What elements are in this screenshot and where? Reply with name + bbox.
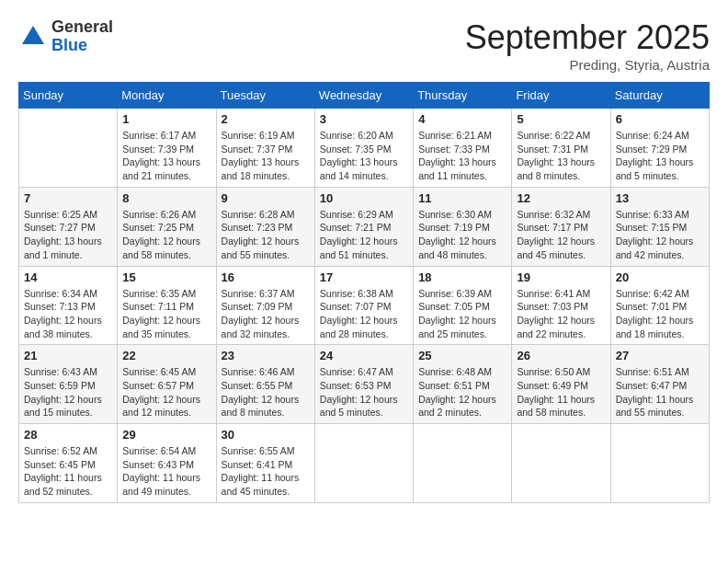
day-number: 9 (222, 191, 310, 205)
calendar-cell: 6Sunrise: 6:24 AMSunset: 7:29 PMDaylight… (610, 109, 709, 188)
logo: General Blue (18, 18, 113, 55)
calendar-cell: 11Sunrise: 6:30 AMSunset: 7:19 PMDayligh… (414, 187, 512, 266)
calendar-cell: 17Sunrise: 6:38 AMSunset: 7:07 PMDayligh… (314, 266, 413, 345)
day-info: Sunrise: 6:45 AMSunset: 6:57 PMDaylight:… (122, 365, 210, 419)
day-info: Sunrise: 6:48 AMSunset: 6:51 PMDaylight:… (418, 365, 506, 419)
day-info: Sunrise: 6:20 AMSunset: 7:35 PMDaylight:… (320, 129, 408, 183)
calendar-cell: 12Sunrise: 6:32 AMSunset: 7:17 PMDayligh… (512, 187, 610, 266)
calendar-cell (610, 424, 709, 503)
calendar-cell: 10Sunrise: 6:29 AMSunset: 7:21 PMDayligh… (314, 187, 413, 266)
day-number: 23 (222, 349, 310, 362)
calendar-table: SundayMondayTuesdayWednesdayThursdayFrid… (18, 82, 710, 503)
calendar-cell: 14Sunrise: 6:34 AMSunset: 7:13 PMDayligh… (19, 266, 118, 345)
weekday-header-saturday: Saturday (610, 83, 709, 109)
calendar-cell: 21Sunrise: 6:43 AMSunset: 6:59 PMDayligh… (19, 345, 118, 424)
calendar-cell: 15Sunrise: 6:35 AMSunset: 7:11 PMDayligh… (118, 266, 216, 345)
day-number: 13 (616, 191, 704, 205)
calendar-cell: 29Sunrise: 6:54 AMSunset: 6:43 PMDayligh… (118, 424, 216, 503)
calendar-cell: 20Sunrise: 6:42 AMSunset: 7:01 PMDayligh… (610, 266, 709, 345)
day-info: Sunrise: 6:21 AMSunset: 7:33 PMDaylight:… (418, 129, 506, 183)
weekday-row: SundayMondayTuesdayWednesdayThursdayFrid… (19, 83, 710, 109)
day-info: Sunrise: 6:42 AMSunset: 7:01 PMDaylight:… (616, 287, 704, 341)
weekday-header-friday: Friday (512, 83, 610, 109)
day-info: Sunrise: 6:17 AMSunset: 7:39 PMDaylight:… (122, 129, 210, 183)
calendar-cell (414, 424, 512, 503)
calendar-week-row: 7Sunrise: 6:25 AMSunset: 7:27 PMDaylight… (19, 187, 710, 266)
calendar-cell: 13Sunrise: 6:33 AMSunset: 7:15 PMDayligh… (610, 187, 709, 266)
calendar-cell: 3Sunrise: 6:20 AMSunset: 7:35 PMDaylight… (314, 109, 413, 188)
day-number: 7 (24, 191, 112, 205)
day-info: Sunrise: 6:41 AMSunset: 7:03 PMDaylight:… (517, 287, 605, 341)
calendar-cell (19, 109, 118, 188)
day-number: 17 (320, 270, 408, 284)
day-number: 28 (24, 428, 112, 442)
day-number: 21 (24, 349, 112, 362)
calendar-cell: 7Sunrise: 6:25 AMSunset: 7:27 PMDaylight… (19, 187, 118, 266)
day-info: Sunrise: 6:25 AMSunset: 7:27 PMDaylight:… (24, 208, 112, 262)
day-number: 30 (222, 428, 310, 442)
day-info: Sunrise: 6:30 AMSunset: 7:19 PMDaylight:… (418, 208, 506, 262)
day-info: Sunrise: 6:55 AMSunset: 6:41 PMDaylight:… (222, 444, 310, 499)
calendar-cell: 8Sunrise: 6:26 AMSunset: 7:25 PMDaylight… (118, 187, 216, 266)
day-info: Sunrise: 6:39 AMSunset: 7:05 PMDaylight:… (418, 287, 506, 341)
day-info: Sunrise: 6:22 AMSunset: 7:31 PMDaylight:… (517, 129, 605, 183)
day-info: Sunrise: 6:51 AMSunset: 6:47 PMDaylight:… (616, 365, 704, 419)
day-number: 2 (222, 112, 310, 126)
day-number: 6 (616, 112, 704, 126)
day-number: 11 (418, 191, 506, 205)
day-number: 16 (222, 270, 310, 284)
calendar-cell: 18Sunrise: 6:39 AMSunset: 7:05 PMDayligh… (414, 266, 512, 345)
day-number: 18 (418, 270, 506, 284)
day-number: 3 (320, 112, 408, 126)
calendar-cell: 22Sunrise: 6:45 AMSunset: 6:57 PMDayligh… (118, 345, 216, 424)
calendar-week-row: 1Sunrise: 6:17 AMSunset: 7:39 PMDaylight… (19, 109, 710, 188)
calendar-cell: 2Sunrise: 6:19 AMSunset: 7:37 PMDaylight… (216, 109, 314, 188)
calendar-cell: 28Sunrise: 6:52 AMSunset: 6:45 PMDayligh… (19, 424, 118, 503)
day-number: 8 (122, 191, 210, 205)
day-info: Sunrise: 6:37 AMSunset: 7:09 PMDaylight:… (222, 287, 310, 341)
page-header: General Blue September 2025 Preding, Sty… (18, 18, 710, 73)
calendar-cell: 9Sunrise: 6:28 AMSunset: 7:23 PMDaylight… (216, 187, 314, 266)
svg-marker-0 (22, 26, 44, 44)
weekday-header-sunday: Sunday (19, 83, 118, 109)
day-number: 15 (122, 270, 210, 284)
logo-blue: Blue (51, 37, 113, 55)
calendar-cell: 30Sunrise: 6:55 AMSunset: 6:41 PMDayligh… (216, 424, 314, 503)
logo-general: General (51, 18, 113, 37)
day-number: 20 (616, 270, 704, 284)
day-info: Sunrise: 6:43 AMSunset: 6:59 PMDaylight:… (24, 365, 112, 419)
day-info: Sunrise: 6:26 AMSunset: 7:25 PMDaylight:… (122, 208, 210, 262)
day-info: Sunrise: 6:35 AMSunset: 7:11 PMDaylight:… (122, 287, 210, 341)
day-info: Sunrise: 6:19 AMSunset: 7:37 PMDaylight:… (222, 129, 310, 183)
day-number: 12 (517, 191, 605, 205)
calendar-cell: 4Sunrise: 6:21 AMSunset: 7:33 PMDaylight… (414, 109, 512, 188)
day-number: 27 (616, 349, 704, 362)
day-number: 4 (418, 112, 506, 126)
calendar-week-row: 14Sunrise: 6:34 AMSunset: 7:13 PMDayligh… (19, 266, 710, 345)
calendar-cell (512, 424, 610, 503)
weekday-header-thursday: Thursday (414, 83, 512, 109)
title-section: September 2025 Preding, Styria, Austria (465, 18, 710, 73)
calendar-cell: 5Sunrise: 6:22 AMSunset: 7:31 PMDaylight… (512, 109, 610, 188)
day-number: 22 (122, 349, 210, 362)
weekday-header-monday: Monday (118, 83, 216, 109)
day-info: Sunrise: 6:47 AMSunset: 6:53 PMDaylight:… (320, 365, 408, 419)
day-number: 1 (122, 112, 210, 126)
day-number: 10 (320, 191, 408, 205)
weekday-header-tuesday: Tuesday (216, 83, 314, 109)
day-info: Sunrise: 6:50 AMSunset: 6:49 PMDaylight:… (517, 365, 605, 419)
calendar-cell: 26Sunrise: 6:50 AMSunset: 6:49 PMDayligh… (512, 345, 610, 424)
calendar-cell: 27Sunrise: 6:51 AMSunset: 6:47 PMDayligh… (610, 345, 709, 424)
calendar-cell: 16Sunrise: 6:37 AMSunset: 7:09 PMDayligh… (216, 266, 314, 345)
logo-icon (18, 22, 48, 52)
day-info: Sunrise: 6:28 AMSunset: 7:23 PMDaylight:… (222, 208, 310, 262)
calendar-cell: 19Sunrise: 6:41 AMSunset: 7:03 PMDayligh… (512, 266, 610, 345)
calendar-week-row: 28Sunrise: 6:52 AMSunset: 6:45 PMDayligh… (19, 424, 710, 503)
day-number: 5 (517, 112, 605, 126)
calendar-cell: 24Sunrise: 6:47 AMSunset: 6:53 PMDayligh… (314, 345, 413, 424)
logo-text: General Blue (51, 18, 113, 55)
day-number: 29 (122, 428, 210, 442)
day-number: 25 (418, 349, 506, 362)
day-info: Sunrise: 6:52 AMSunset: 6:45 PMDaylight:… (24, 444, 112, 499)
day-info: Sunrise: 6:54 AMSunset: 6:43 PMDaylight:… (122, 444, 210, 499)
